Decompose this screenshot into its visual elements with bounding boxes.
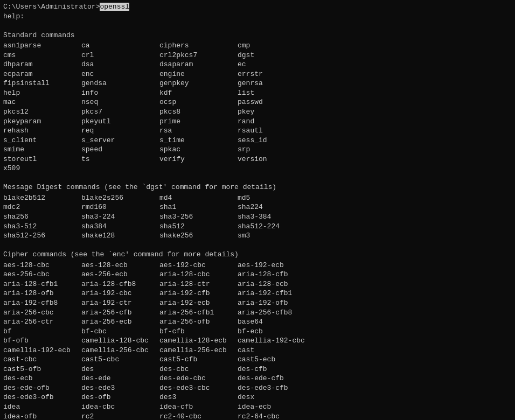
command-item: rsa [159, 126, 238, 136]
command-item: kdf [159, 88, 238, 98]
command-item: camellia-192-ecb [3, 346, 81, 355]
command-item: aria-128-ecb [238, 279, 316, 289]
command-item: ca [81, 41, 159, 51]
command-item: dhparam [3, 60, 81, 69]
command-item: aria-192-ecb [159, 298, 238, 308]
command-item: aes-256-cbc [3, 270, 81, 279]
command-item: pkeyutl [81, 117, 159, 127]
command-item: info [81, 88, 159, 98]
command-item: camellia-128-cbc [81, 336, 159, 346]
command-item: list [238, 88, 316, 98]
command-item: cast5-cbc [81, 355, 159, 365]
command-item: aria-128-cfb1 [3, 279, 81, 289]
command-item: sha3-384 [238, 212, 316, 222]
command-item: sha512 [159, 222, 238, 232]
command-item: des-cfb [238, 365, 316, 374]
command-item: rc2-40-cbc [159, 412, 238, 420]
command-item: s_server [81, 136, 159, 145]
command-item: aria-128-ofb [3, 289, 81, 298]
command-item: pkey [238, 107, 316, 117]
command-item: aria-256-ofb [159, 317, 238, 327]
command-item: rehash [3, 126, 81, 136]
command-item: s_client [3, 136, 81, 145]
prompt-line: C:\Users\Administrator>openssl [3, 2, 512, 12]
command-item: sm3 [238, 231, 316, 241]
command-item: cast5-ecb [238, 355, 316, 365]
command-item: aes-128-ecb [81, 261, 159, 270]
command-item: camellia-256-cbc [81, 346, 159, 355]
command-item: des [81, 365, 159, 374]
command-item: cmp [238, 41, 316, 51]
command-item: base64 [238, 317, 316, 327]
command-item: genrsa [238, 79, 316, 88]
command-item: dsaparam [159, 60, 238, 69]
command-item: des-ede3-cbc [159, 383, 238, 393]
command-item: cast-cbc [3, 355, 81, 365]
command-item: fipsinstall [3, 79, 81, 88]
command-item: des-ecb [3, 374, 81, 383]
command-item: des-ede-cfb [238, 374, 316, 383]
command-item: sha256 [3, 212, 81, 222]
command-item: aria-192-ofb [238, 298, 316, 308]
digest-section: Message Digest commands (see the `dgst' … [3, 183, 512, 240]
prompt-text: C:\Users\Administrator> [3, 3, 100, 11]
command-item: cast [238, 346, 316, 355]
command-item: passwd [238, 97, 316, 107]
command-item: dgst [238, 51, 316, 60]
command-item: ocsp [159, 97, 238, 107]
command-item: bf-ecb [238, 327, 316, 337]
command-item: sha512-256 [3, 231, 81, 241]
command-item: idea-ofb [3, 412, 81, 420]
command-item: des-ede3 [81, 383, 159, 393]
command-item: spkac [159, 145, 238, 155]
command-item: bf-ofb [3, 336, 81, 346]
command-item: blake2b512 [3, 193, 81, 203]
command-item: rsautl [238, 126, 316, 136]
command-item: rmd160 [81, 202, 159, 212]
command-item: des-ede3-cfb [238, 383, 316, 393]
command-item: aria-192-cfb1 [238, 289, 316, 298]
command-item: des-ede-cbc [159, 374, 238, 383]
command-item: camellia-256-ecb [159, 346, 238, 355]
standard-header: Standard commands [3, 31, 512, 40]
command-item: camellia-128-ecb [159, 336, 238, 346]
command-item: aria-128-cfb8 [81, 279, 159, 289]
command-item: des3 [159, 393, 238, 402]
command-item: aria-128-cfb [238, 270, 316, 279]
command-item: srp [238, 145, 316, 155]
command-item: sha512-224 [238, 222, 316, 232]
command-item: smime [3, 145, 81, 155]
command-item: sha384 [81, 222, 159, 232]
command-item: aria-192-cfb [159, 289, 238, 298]
digest-commands-grid: blake2b512blake2s256md4md5mdc2rmd160sha1… [3, 193, 512, 241]
command-item: aria-256-ecb [81, 317, 159, 327]
command-item: aria-256-cfb8 [238, 308, 316, 318]
command-item: md5 [238, 193, 316, 203]
cipher-section: Cipher commands (see the `enc' command f… [3, 250, 512, 420]
command-item: ec [238, 60, 316, 69]
command-item: errstr [238, 69, 316, 79]
command-item: sha3-224 [81, 212, 159, 222]
command-item: dsa [81, 60, 159, 69]
help-label: help: [3, 12, 512, 22]
command-item: pkcs12 [3, 107, 81, 117]
command-item: aria-256-cfb [81, 308, 159, 318]
command-item: des-ede [81, 374, 159, 383]
command-item: asn1parse [3, 41, 81, 51]
terminal-window: C:\Users\Administrator>openssl help: Sta… [3, 2, 512, 420]
command-item: cast5-cfb [159, 355, 238, 365]
command-item: x509 [3, 164, 81, 173]
standard-section: Standard commands asn1parsecacipherscmpc… [3, 31, 512, 173]
command-item: crl [81, 51, 159, 60]
command-item: rc2 [81, 412, 159, 420]
command-item: cms [3, 51, 81, 60]
command-item: aria-128-ctr [159, 279, 238, 289]
command-item: pkeyparam [3, 117, 81, 127]
command-item: sha3-512 [3, 222, 81, 232]
command-item: version [238, 155, 316, 164]
command-item: mdc2 [3, 202, 81, 212]
command-item: aria-128-cbc [159, 270, 238, 279]
command-item: cast5-ofb [3, 365, 81, 374]
command-item: engine [159, 69, 238, 79]
command-item: aes-192-ecb [238, 261, 316, 270]
